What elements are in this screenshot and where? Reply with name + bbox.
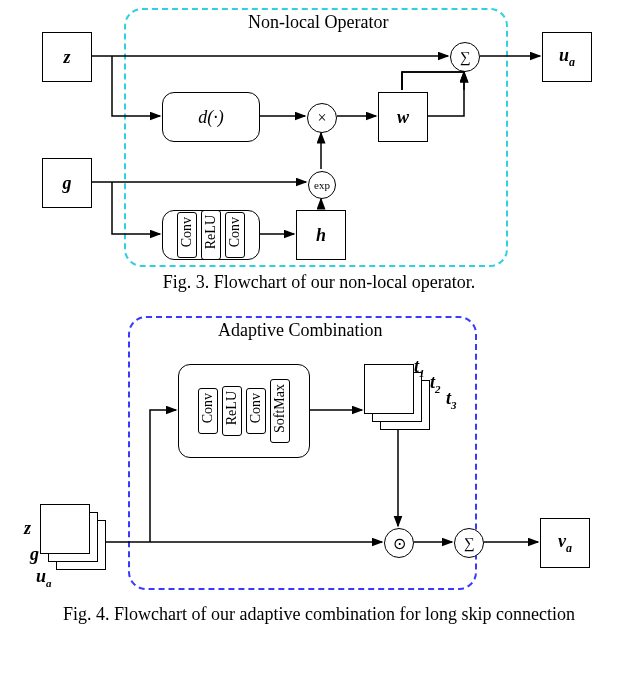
fig3-mult-circle: × [307,103,337,133]
fig4-ua: u [36,566,46,586]
fig3-h-label: h [316,225,326,246]
fig3-w-label: w [397,107,409,128]
fig4-softmax: SoftMax [273,384,287,433]
fig4-t3-wrap: t3 [446,388,457,411]
fig4-z: z [24,518,31,539]
fig4-t3s: 3 [451,399,457,411]
fig4-va-sub: a [566,540,572,554]
fig3-d-box: d(·) [162,92,260,142]
fig4-ua-sub: a [46,577,52,589]
fig4-conv2: Conv [249,393,263,423]
fig4-dot-label: ⊙ [393,534,406,553]
fig4-sum-circle: ∑ [454,528,484,558]
fig4-conv1: Conv [201,393,215,423]
fig4-t1s: 1 [419,367,425,379]
fig4-t-plane1 [364,364,414,414]
fig3-z-label: z [63,47,70,68]
fig3-sum-label: ∑ [460,49,471,66]
fig3-ua: u [559,45,569,65]
fig4-va: v [558,531,566,551]
fig3-ua-box: ua [542,32,592,82]
fig3-z-box: z [42,32,92,82]
fig3-d-label: d(·) [198,107,224,128]
fig3-caption: Fig. 3. Flowchart of our non-local opera… [0,272,638,293]
fig4-ua-wrap: ua [36,566,52,589]
fig4-g: g [30,544,39,565]
fig3-g-box: g [42,158,92,208]
fig4-dot-circle: ⊙ [384,528,414,558]
fig3-sum-circle: ∑ [450,42,480,72]
fig3-w-box: w [378,92,428,142]
fig3-conv-block: Conv ReLU Conv [162,210,260,260]
fig3-g-label: g [63,173,72,194]
fig3-conv1: Conv [180,217,194,247]
fig3-exp-label: exp [314,179,330,191]
fig3-ua-sub: a [569,54,575,68]
fig4-in-plane1 [40,504,90,554]
nonlocal-title: Non-local Operator [248,12,388,33]
fig4-relu: ReLU [225,391,239,425]
fig3-mult-label: × [317,109,326,127]
fig4-sum-label: ∑ [464,535,475,552]
fig3-h-box: h [296,210,346,260]
fig3-conv2: Conv [228,217,242,247]
fig4-t2-wrap: t2 [430,372,441,395]
fig4-t2s: 2 [435,383,441,395]
fig4-va-box: va [540,518,590,568]
fig4-t1-wrap: t1 [414,356,425,379]
fig3-relu: ReLU [204,215,218,249]
fig4-caption: Fig. 4. Flowchart of our adaptive combin… [0,604,638,625]
fig3-exp-circle: exp [308,171,336,199]
fig4-conv-block: Conv ReLU Conv SoftMax [178,364,310,458]
adaptive-title: Adaptive Combination [218,320,382,341]
